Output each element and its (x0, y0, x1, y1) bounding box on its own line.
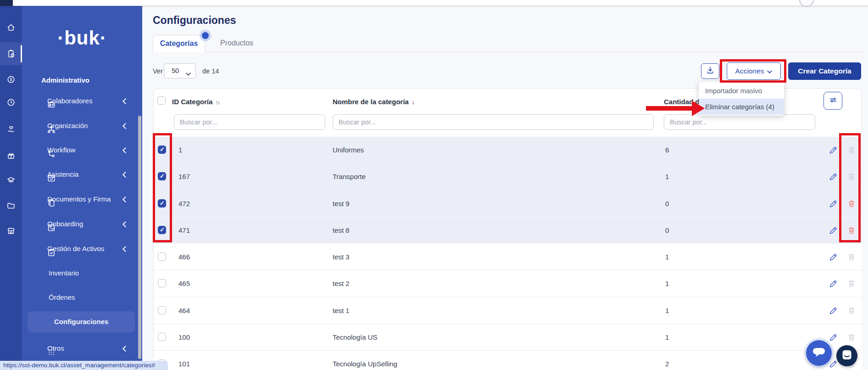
sidebar-item--rdenes[interactable]: Órdenes (22, 289, 142, 306)
sidebar-scrollbar[interactable] (138, 116, 141, 359)
sidebar-item-gesti-n-de-activos[interactable]: Gestión de Activos (22, 241, 142, 257)
edit-pencil-icon[interactable] (829, 172, 838, 181)
create-category-button[interactable]: Crear Categoría (788, 62, 861, 80)
cell-product-quantity: 1 (665, 280, 669, 287)
tab-productos[interactable]: Productos (220, 35, 253, 52)
cell-product-quantity: 1 (665, 307, 669, 314)
table-row: 465test 21 (154, 270, 862, 297)
column-header-name[interactable]: Nombre de la categoría↓ (333, 98, 415, 106)
chevron-left-icon (122, 98, 126, 104)
actions-button-label: Acciones (735, 67, 764, 75)
sidebar-item-workflow[interactable]: Workflow (22, 142, 142, 158)
sidebar-item-documentos-y-firma[interactable]: Documentos y Firma (22, 191, 142, 207)
cell-product-quantity: 0 (665, 200, 669, 207)
edit-pencil-icon[interactable] (829, 333, 838, 342)
download-button[interactable] (701, 63, 719, 79)
rail-item-clipboard-clock[interactable] (0, 42, 22, 65)
page-title: Configuraciones (153, 14, 236, 27)
categories-table-card: ID Categoría↑↓ Nombre de la categoría↓ C… (153, 88, 862, 370)
row-checkbox[interactable] (158, 226, 166, 234)
column-header-id[interactable]: ID Categoría↑↓ (172, 98, 219, 106)
chevron-left-icon (122, 346, 126, 352)
row-checkbox[interactable] (158, 333, 166, 341)
sidebar-item-otros[interactable]: Otros (22, 340, 142, 357)
chevron-left-icon (122, 221, 126, 227)
support-widget-button[interactable] (836, 345, 857, 366)
sidebar-menu: ·buk· Administrativo ColaboradoresOrgani… (22, 6, 142, 370)
edit-pencil-icon[interactable] (829, 252, 838, 262)
chat-smile-icon (842, 349, 852, 362)
per-page-label: Ver (153, 67, 163, 75)
sidebar-item-inventario[interactable]: Inventario (22, 265, 142, 281)
svg-text:$: $ (10, 77, 12, 82)
table-row: 101Tecnología UpSelling2 (154, 351, 862, 370)
search-input-quantity[interactable] (664, 114, 815, 130)
actions-dropdown-menu: Importador masivo Eliminar categorías (4… (699, 82, 784, 116)
delete-trash-icon[interactable] (847, 199, 856, 208)
folder-icon (6, 201, 16, 210)
edit-pencil-icon[interactable] (829, 199, 838, 208)
edit-pencil-icon[interactable] (829, 279, 838, 288)
annotation-arrow (646, 106, 693, 111)
row-checkbox[interactable] (158, 199, 166, 207)
chevron-left-icon (122, 196, 126, 202)
rail-item-gift[interactable] (0, 146, 22, 166)
delete-trash-icon[interactable] (847, 226, 856, 235)
sidebar: $ ·buk· Administrativo ColaboradoresOrga… (0, 6, 142, 370)
cell-product-quantity: 1 (665, 253, 669, 261)
row-checkbox[interactable] (158, 279, 166, 287)
sidebar-item-asistencia[interactable]: Asistencia (22, 166, 142, 183)
chevron-down-icon (186, 70, 191, 77)
edit-pencil-icon[interactable] (829, 359, 838, 369)
row-checkbox[interactable] (158, 252, 166, 261)
sliders-icon (829, 95, 838, 107)
row-checkbox[interactable] (158, 306, 166, 314)
search-input-name[interactable] (333, 114, 654, 130)
tab-categorias[interactable]: Categorías (153, 35, 205, 52)
menu-item-importador-masivo[interactable]: Importador masivo (699, 83, 784, 99)
delete-trash-icon[interactable] (847, 279, 856, 288)
cell-category-id: 466 (178, 253, 190, 261)
sidebar-item-label: Workflow (47, 146, 75, 154)
delete-trash-icon[interactable] (847, 146, 856, 155)
sidebar-item-onboarding[interactable]: Onboarding (22, 216, 142, 232)
menu-item-eliminar-categorias[interactable]: Eliminar categorías (4) (699, 99, 784, 115)
table-row: 100Tecnología US1 (154, 324, 862, 351)
cell-category-id: 465 (178, 280, 190, 287)
edit-pencil-icon[interactable] (829, 146, 838, 155)
chevron-left-icon (122, 246, 126, 252)
sidebar-item-colaboradores[interactable]: Colaboradores (22, 93, 142, 109)
row-checkbox[interactable] (158, 172, 166, 180)
training-icon (6, 175, 16, 185)
delete-trash-icon[interactable] (847, 252, 856, 262)
delete-trash-icon[interactable] (847, 333, 856, 342)
sidebar-item-label: Documentos y Firma (47, 195, 111, 203)
rail-item-training[interactable] (0, 170, 22, 190)
sidebar-item-organizaci-n[interactable]: Organización (22, 118, 142, 134)
sidebar-item-configuraciones[interactable]: Configuraciones (28, 311, 135, 332)
edit-pencil-icon[interactable] (829, 226, 838, 235)
select-all-checkbox[interactable] (157, 96, 166, 105)
cell-category-id: 100 (178, 333, 190, 341)
actions-button[interactable]: Acciones (727, 62, 781, 80)
rail-item-home[interactable] (0, 17, 22, 38)
page-size-select[interactable]: 50 (164, 63, 196, 78)
cell-category-name: test 3 (333, 253, 350, 261)
delete-trash-icon[interactable] (847, 306, 856, 315)
rail-item-marketplace[interactable] (0, 221, 22, 241)
sort-down-icon: ↓ (412, 98, 415, 106)
rail-item-folder[interactable] (0, 196, 22, 216)
search-input-id[interactable] (174, 114, 325, 130)
delete-trash-icon[interactable] (847, 172, 856, 181)
rail-item-benefits[interactable] (0, 119, 22, 140)
edit-pencil-icon[interactable] (829, 306, 838, 315)
row-checkbox[interactable] (158, 146, 166, 154)
column-settings-button[interactable] (823, 92, 842, 110)
cell-product-quantity: 1 (665, 333, 669, 341)
chat-widget-button[interactable] (806, 340, 832, 366)
window-corner (0, 0, 13, 6)
sidebar-item-label: Colaboradores (47, 97, 92, 105)
rail-item-payments[interactable]: $ (0, 69, 22, 90)
rail-item-time[interactable] (0, 92, 22, 112)
sort-both-icon: ↑↓ (215, 99, 219, 106)
